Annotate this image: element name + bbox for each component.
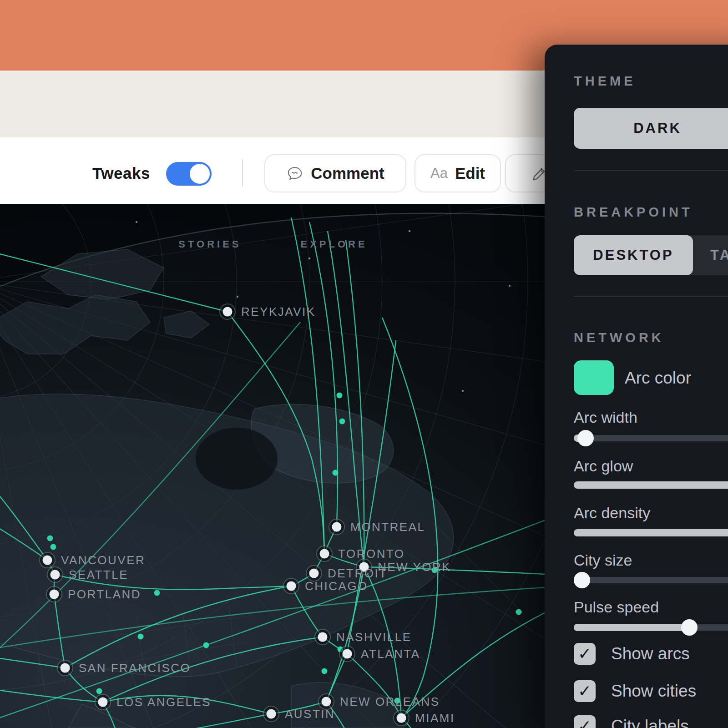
arc-glow-slider[interactable] [574,477,728,493]
breakpoint-segmented-control: DESKTOP TA [574,235,728,275]
arc-color-swatch[interactable] [574,360,614,395]
site-nav: STORIES EXPLORE [0,238,546,250]
show-arcs-checkbox[interactable]: ✓ Show arcs [574,643,690,665]
comment-button-label: Comment [311,164,384,182]
city-label: NEW ORLEANS [340,695,440,708]
arc-density-slider[interactable] [574,525,728,541]
slider-thumb[interactable] [574,572,590,588]
city-marker[interactable]: TORONTO [317,546,405,561]
breakpoint-desktop-button[interactable]: DESKTOP [574,235,693,275]
nav-stories[interactable]: STORIES [178,238,241,250]
city-label: SEATTLE [69,568,128,581]
checkmark-icon: ✓ [578,644,592,663]
nav-explore[interactable]: EXPLORE [301,238,368,250]
comment-button[interactable]: Comment [264,154,406,192]
theme-section-heading: THEME [574,74,636,89]
checkmark-icon: ✓ [578,682,592,701]
city-label: DETROIT [328,566,388,580]
city-label: AUSTIN [285,707,335,721]
panel-divider [574,296,728,297]
hudson-bay [196,428,278,490]
edit-button-label: Edit [455,164,485,182]
slider-thumb[interactable] [577,430,594,446]
arc-width-slider[interactable] [574,430,728,446]
pulse-speed-label: Pulse speed [574,598,659,616]
checkmark-icon: ✓ [578,717,592,728]
city-label: LOS ANGELES [116,695,211,709]
city-marker[interactable]: MIAMI [394,710,455,726]
city-marker[interactable]: ATLANTA [339,646,420,662]
breakpoint-section-heading: BREAKPOINT [574,205,693,220]
city-label: VANCOUVER [61,553,145,567]
screenshot-stage: Tweaks Comment Aa Edit [0,0,728,728]
arc-density-label: Arc density [574,504,650,522]
city-size-slider[interactable] [574,572,728,588]
city-label: SAN FRANCISCO [79,661,191,675]
show-cities-checkbox[interactable]: ✓ Show cities [574,680,696,702]
toggle-knob [190,164,210,184]
arc-glow-label: Arc glow [574,457,633,475]
city-marker[interactable]: AUSTIN [263,706,335,722]
tweaks-panel: THEME DARK BREAKPOINT DESKTOP TA NETWORK… [545,45,728,728]
slider-thumb[interactable] [681,619,698,636]
city-label: CHICAGO [305,579,368,593]
edit-button[interactable]: Aa Edit [415,154,501,192]
city-size-label: City size [574,551,632,569]
arc-width-label: Arc width [574,409,637,426]
city-label: MONTREAL [350,520,425,534]
city-label: REYKJAVIK [241,305,316,318]
arc-color-label: Arc color [625,369,691,388]
city-marker[interactable]: CHICAGO [283,578,368,594]
city-label: ATLANTA [361,647,420,661]
panel-divider [574,170,728,171]
city-label: NASHVILLE [336,630,412,644]
theme-dark-button[interactable]: DARK [574,108,728,149]
city-marker[interactable]: DETROIT [306,566,388,581]
network-section-heading: NETWORK [574,330,664,345]
city-label: PORTLAND [68,587,141,601]
city-label: NEW YORK [378,560,451,574]
toolbar-divider [242,159,243,187]
city-label: MIAMI [415,711,455,725]
tweaks-toggle[interactable] [166,162,212,186]
tweaks-label: Tweaks [92,162,150,185]
breakpoint-tablet-button[interactable]: TA [693,235,728,275]
city-marker[interactable]: SEATTLE [47,567,128,582]
text-style-icon: Aa [430,165,448,182]
pulse-speed-slider[interactable] [574,619,728,636]
city-labels-checkbox[interactable]: ✓ City labels [574,715,689,728]
comment-bubble-icon [286,165,303,182]
city-label: TORONTO [338,547,405,561]
